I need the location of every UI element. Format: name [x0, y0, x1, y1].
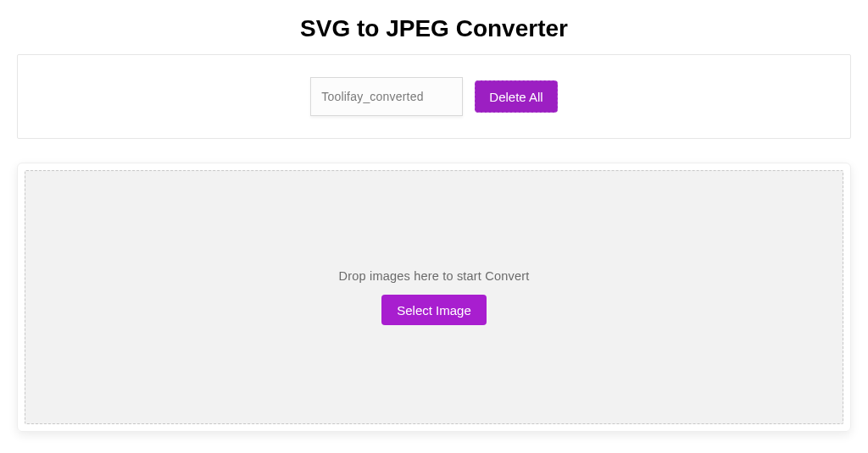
filename-input[interactable] — [310, 77, 463, 116]
toolbar-card: Delete All — [17, 54, 851, 139]
select-image-button[interactable]: Select Image — [381, 295, 487, 325]
page-title: SVG to JPEG Converter — [0, 0, 868, 54]
delete-all-button[interactable]: Delete All — [475, 80, 557, 113]
dropzone-hint: Drop images here to start Convert — [339, 269, 530, 283]
dropzone-container: Drop images here to start Convert Select… — [17, 163, 851, 432]
dropzone[interactable]: Drop images here to start Convert Select… — [25, 170, 843, 424]
